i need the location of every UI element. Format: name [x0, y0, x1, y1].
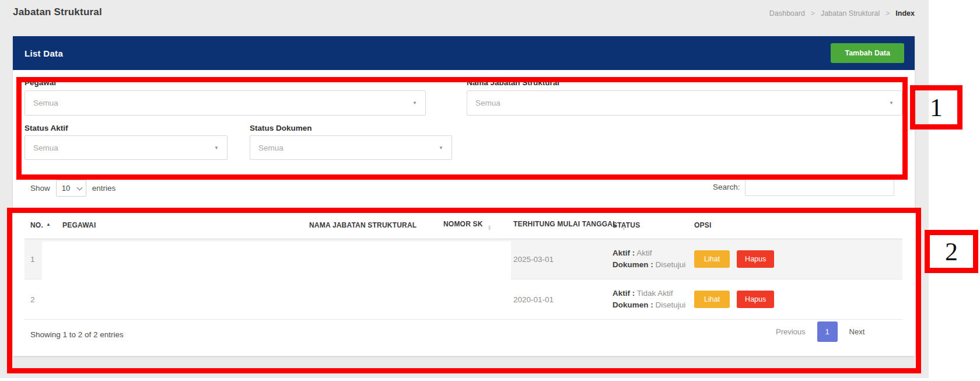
show-label: Show	[30, 184, 50, 193]
search-input[interactable]	[745, 178, 894, 196]
sort-both-icon: ▲▼	[488, 225, 492, 230]
chevron-down-icon: ▼	[412, 100, 417, 106]
cell-terhitung-mulai-tanggal: 2020-01-01	[508, 279, 607, 320]
status-dokumen-select[interactable]: Semua ▼	[250, 135, 452, 160]
pagination-page-1[interactable]: 1	[817, 321, 838, 342]
filter-label-nama-jabatan: Nama Jabatan Struktural	[467, 78, 559, 87]
breadcrumb-separator-icon: >	[811, 9, 815, 18]
filter-label-status-aktif: Status Aktif	[24, 124, 68, 132]
pagination-previous[interactable]: Previous	[776, 327, 806, 336]
status-dokumen-select-value: Semua	[258, 144, 284, 152]
entries-label: entries	[92, 184, 116, 193]
column-header-nomor-sk[interactable]: NOMOR SK▲▼	[438, 210, 508, 239]
chevron-down-icon: ▼	[889, 100, 894, 106]
pagination: Previous 1 Next	[776, 321, 864, 342]
search-control: Search:	[713, 178, 894, 196]
column-header-no[interactable]: NO.▲	[24, 210, 57, 239]
cell-terhitung-mulai-tanggal: 2025-03-01	[508, 239, 607, 279]
status-aktif-value: Aktif	[636, 249, 652, 257]
column-header-nama-jabatan[interactable]: NAMA JABATAN STRUKTURAL	[303, 210, 438, 239]
status-aktif-select-value: Semua	[33, 144, 58, 152]
pagination-next[interactable]: Next	[849, 327, 865, 336]
redacted-data-block	[42, 242, 511, 316]
page-length-control: Show 10 entries	[30, 180, 116, 197]
card-header: List Data Tambah Data	[13, 36, 915, 70]
cell-status: Aktif : Tidak Aktif Dokumen : Disetujui	[607, 279, 688, 320]
status-aktif-select[interactable]: Semua ▼	[24, 135, 228, 160]
cell-opsi: LihatHapus	[688, 279, 902, 320]
column-header-status[interactable]: STATUS	[607, 210, 688, 239]
status-dokumen-value: Disetujui	[656, 260, 686, 269]
page-title: Jabatan Struktural	[13, 6, 102, 18]
breadcrumb-item-dashboard[interactable]: Dashboard	[769, 9, 805, 18]
page-length-value: 10	[62, 184, 70, 193]
table-header-row: NO.▲ PEGAWAI NAMA JABATAN STRUKTURAL NOM…	[24, 210, 902, 239]
filter-label-status-dokumen: Status Dokumen	[250, 124, 312, 132]
status-aktif-value: Tidak Aktif	[637, 289, 673, 298]
chevron-down-icon: ▼	[439, 145, 443, 151]
breadcrumb-item-jabatan-struktural[interactable]: Jabatan Struktural	[821, 9, 880, 18]
page-length-select[interactable]: 10	[56, 180, 86, 197]
column-header-opsi[interactable]: OPSI	[688, 210, 902, 239]
breadcrumb-item-index: Index	[895, 9, 915, 18]
pegawai-select-value: Semua	[33, 99, 58, 107]
chevron-down-icon: ▼	[214, 145, 219, 151]
tambah-data-button[interactable]: Tambah Data	[831, 43, 904, 63]
lihat-button[interactable]: Lihat	[694, 291, 730, 308]
cell-status: Aktif : Aktif Dokumen : Disetujui	[607, 239, 688, 279]
screenshot-canvas: Jabatan Struktural Dashboard > Jabatan S…	[0, 0, 980, 381]
column-header-pegawai[interactable]: PEGAWAI	[57, 210, 303, 239]
table-info: Showing 1 to 2 of 2 entries	[30, 330, 124, 339]
hapus-button[interactable]: Hapus	[737, 291, 774, 308]
search-label: Search:	[713, 183, 740, 191]
annotation-label-2: 2	[925, 230, 978, 273]
breadcrumb: Dashboard > Jabatan Struktural > Index	[769, 9, 915, 18]
cell-opsi: LihatHapus	[688, 239, 902, 279]
nama-jabatan-select-value: Semua	[475, 99, 501, 107]
breadcrumb-separator-icon: >	[886, 9, 890, 18]
sort-ascending-icon: ▲	[46, 222, 51, 227]
status-dokumen-value: Disetujui	[656, 300, 686, 309]
status-dokumen-key: Dokumen :	[612, 300, 653, 309]
status-aktif-key: Aktif :	[612, 249, 635, 257]
status-dokumen-key: Dokumen :	[612, 260, 653, 269]
lihat-button[interactable]: Lihat	[694, 250, 730, 268]
nama-jabatan-select[interactable]: Semua ▼	[467, 90, 902, 116]
chevron-down-icon	[76, 184, 82, 190]
filter-label-pegawai: Pegawai	[24, 78, 56, 87]
status-aktif-key: Aktif :	[612, 289, 635, 298]
pegawai-select[interactable]: Semua ▼	[24, 90, 426, 116]
column-header-terhitung-mulai-tanggal[interactable]: TERHITUNG MULAI TANGGAL▲▼	[508, 210, 607, 239]
hapus-button[interactable]: Hapus	[737, 250, 774, 268]
card-title: List Data	[24, 48, 63, 58]
